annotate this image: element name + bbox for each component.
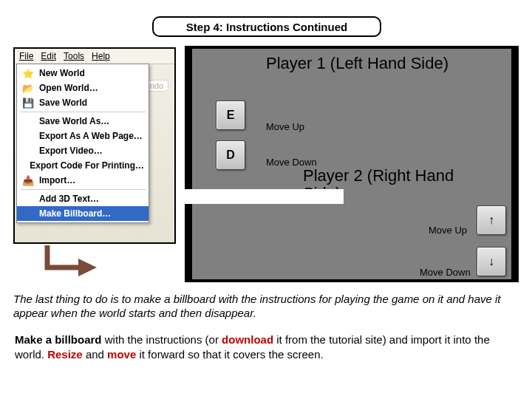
star-icon: ⭐: [21, 67, 35, 79]
menu-label: Export Video…: [39, 146, 103, 156]
key-e-icon: E: [216, 100, 245, 130]
menu-label: Export As A Web Page…: [39, 131, 143, 141]
menu-label: Import…: [39, 175, 75, 185]
text: with the instructions (or: [102, 333, 222, 346]
billboard-preview: Player 1 (Left Hand Side) E Move Up D Mo…: [185, 46, 519, 282]
menu-label: Save World As…: [39, 116, 109, 126]
import-icon: 📥: [21, 174, 35, 186]
key-up-arrow-icon: ↑: [477, 205, 506, 235]
download-keyword: download: [222, 333, 273, 346]
folder-open-icon: 📂: [21, 82, 35, 94]
resize-keyword: Resize: [47, 348, 83, 361]
blank-icon: [21, 145, 35, 157]
menu-label: Save World: [39, 98, 87, 108]
menu-export-print[interactable]: Export Code For Printing…: [17, 158, 149, 173]
menu-label: Make Billboard…: [39, 208, 111, 219]
player2-heading: Player 2 (Right Hand Side): [303, 167, 495, 202]
move-up-label: Move Up: [266, 121, 304, 132]
move-keyword: move: [107, 348, 136, 361]
player1-heading: Player 1 (Left Hand Side): [266, 55, 458, 72]
menu-export-web[interactable]: Export As A Web Page…: [17, 129, 149, 143]
alice-file-menu-screenshot: File Edit Tools Help Undo ⭐ New World 📂 …: [13, 47, 176, 244]
menu-label: Export Code For Printing…: [30, 160, 144, 171]
key-down-arrow-icon: ↓: [477, 247, 506, 276]
text: it forward so that it covers the screen.: [136, 348, 323, 361]
menu-label: Open World…: [39, 83, 98, 93]
separator: [20, 112, 146, 112]
menu-new-world[interactable]: ⭐ New World: [17, 66, 149, 81]
menu-open-world[interactable]: 📂 Open World…: [17, 81, 149, 95]
step-title: Step 4: Instructions Continued: [152, 16, 381, 37]
billboard-content: Player 1 (Left Hand Side) E Move Up D Mo…: [192, 49, 511, 279]
text: and: [83, 348, 107, 361]
file-dropdown: ⭐ New World 📂 Open World… 💾 Save World S…: [16, 64, 149, 223]
blank-icon: [21, 115, 35, 127]
menu-tools[interactable]: Tools: [64, 51, 84, 61]
instruction-paragraph-1: The last thing to do is to make a billbo…: [13, 293, 516, 321]
save-icon: 💾: [21, 97, 35, 109]
blank-icon: [21, 130, 35, 142]
menu-save-world[interactable]: 💾 Save World: [17, 95, 149, 110]
menu-edit[interactable]: Edit: [41, 51, 56, 61]
menu-save-world-as[interactable]: Save World As…: [17, 114, 149, 129]
blank-icon: [21, 193, 35, 205]
menu-label: New World: [39, 68, 85, 78]
move-up-label-2: Move Up: [429, 225, 467, 236]
menu-help[interactable]: Help: [92, 51, 110, 61]
callout-arrow-icon: [41, 245, 100, 286]
key-d-icon: D: [216, 140, 245, 170]
menu-file[interactable]: File: [19, 51, 33, 61]
screenshot-area: File Edit Tools Help Undo ⭐ New World 📂 …: [13, 46, 519, 284]
menu-import[interactable]: 📥 Import…: [17, 173, 149, 188]
move-down-label-2: Move Down: [420, 267, 471, 278]
menu-export-video[interactable]: Export Video…: [17, 143, 149, 158]
instruction-paragraph-2: Make a billboard with the instructions (…: [15, 332, 517, 361]
bold-text: Make a billboard: [15, 333, 102, 346]
menu-label: Add 3D Text…: [39, 194, 99, 204]
menu-add-3d-text[interactable]: Add 3D Text…: [17, 191, 149, 206]
blank-icon: [21, 208, 35, 219]
menubar: File Edit Tools Help: [15, 49, 174, 64]
menu-make-billboard[interactable]: Make Billboard…: [17, 206, 149, 221]
separator: [20, 189, 146, 190]
blank-icon: [21, 160, 25, 171]
